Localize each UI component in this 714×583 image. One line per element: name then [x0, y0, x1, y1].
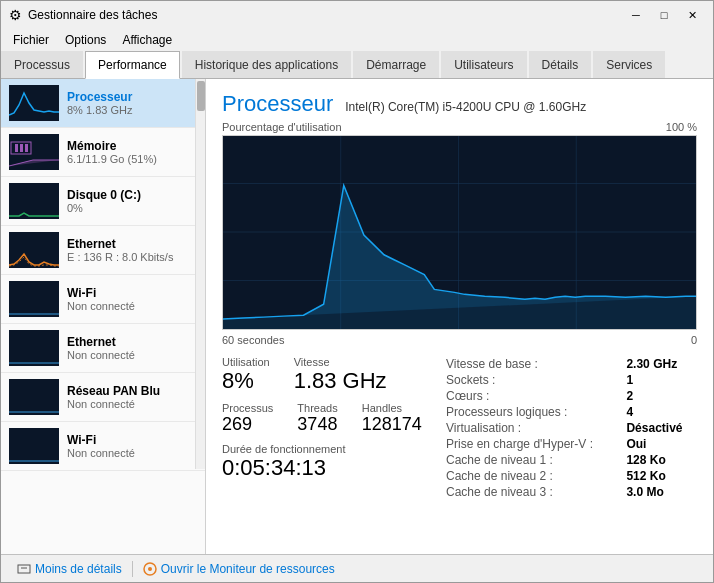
svg-rect-3: [25, 144, 28, 152]
mini-chart-ethernet: [9, 232, 59, 268]
sidebar-item-pan[interactable]: Réseau PAN Blu Non connecté: [1, 373, 205, 422]
disk-mini-svg: [9, 183, 59, 219]
wifi2-info: Wi-Fi Non connecté: [67, 433, 197, 459]
svg-point-14: [148, 567, 152, 571]
stats-left: Utilisation 8% Vitesse 1.83 GHz Processu…: [222, 356, 442, 500]
disque-title: Disque 0 (C:): [67, 188, 197, 202]
vitesse-value: 1.83 GHz: [294, 368, 387, 394]
utilisation-vitesse-row: Utilisation 8% Vitesse 1.83 GHz: [222, 356, 442, 394]
tab-historique[interactable]: Historique des applications: [182, 51, 351, 78]
info-row-label: Cache de niveau 1 :: [442, 452, 622, 468]
app-title: Gestionnaire des tâches: [28, 8, 157, 22]
info-row-label: Sockets :: [442, 372, 622, 388]
processeur-info: Processeur 8% 1.83 GHz: [67, 90, 197, 116]
sidebar-item-processeur[interactable]: Processeur 8% 1.83 GHz: [1, 79, 205, 128]
sidebar-item-ethernet2[interactable]: Ethernet Non connecté: [1, 324, 205, 373]
footer: Moins de détails Ouvrir le Moniteur de r…: [1, 554, 713, 582]
info-row-label: Cœurs :: [442, 388, 622, 404]
ethernet-sub: E : 136 R : 8.0 Kbits/s: [67, 251, 197, 263]
sidebar-item-wifi[interactable]: Wi-Fi Non connecté: [1, 275, 205, 324]
chart-label: Pourcentage d'utilisation: [222, 121, 342, 133]
svg-marker-10: [223, 185, 696, 329]
tabs-bar: Processus Performance Historique des app…: [1, 51, 713, 79]
info-table-row: Cache de niveau 2 :512 Ko: [442, 468, 697, 484]
menu-bar: Fichier Options Affichage: [1, 29, 713, 51]
tab-details[interactable]: Détails: [529, 51, 592, 78]
detail-header: Processeur Intel(R) Core(TM) i5-4200U CP…: [222, 91, 697, 117]
maximize-button[interactable]: □: [651, 6, 677, 24]
tab-utilisateurs[interactable]: Utilisateurs: [441, 51, 526, 78]
processus-block: Processus 269: [222, 402, 273, 435]
close-button[interactable]: ✕: [679, 6, 705, 24]
tab-processus[interactable]: Processus: [1, 51, 83, 78]
stats-right: Vitesse de base :2.30 GHzSockets :1Cœurs…: [442, 356, 697, 500]
ethernet-title: Ethernet: [67, 237, 197, 251]
sidebar-item-wifi2[interactable]: Wi-Fi Non connecté: [1, 422, 205, 471]
vitesse-label: Vitesse: [294, 356, 387, 368]
threads-block: Threads 3748: [297, 402, 337, 435]
sidebar-item-ethernet[interactable]: Ethernet E : 136 R : 8.0 Kbits/s: [1, 226, 205, 275]
time-left: 60 secondes: [222, 334, 284, 346]
open-monitor-label: Ouvrir le Moniteur de ressources: [161, 562, 335, 576]
chart-label-row: Pourcentage d'utilisation 100 %: [222, 121, 697, 133]
handles-label: Handles: [362, 402, 422, 414]
info-table-row: Cache de niveau 1 :128 Ko: [442, 452, 697, 468]
less-details-label: Moins de détails: [35, 562, 122, 576]
svg-rect-1: [15, 144, 18, 152]
menu-affichage[interactable]: Affichage: [114, 31, 180, 49]
info-row-label: Virtualisation :: [442, 420, 622, 436]
info-row-value: 2: [622, 388, 697, 404]
info-row-label: Cache de niveau 2 :: [442, 468, 622, 484]
wifi2-sub: Non connecté: [67, 447, 197, 459]
disque-info: Disque 0 (C:) 0%: [67, 188, 197, 214]
ethernet-info: Ethernet E : 136 R : 8.0 Kbits/s: [67, 237, 197, 263]
duree-label: Durée de fonctionnement: [222, 443, 442, 455]
wifi-sub: Non connecté: [67, 300, 197, 312]
detail-subtitle: Intel(R) Core(TM) i5-4200U CPU @ 1.60GHz: [345, 100, 586, 114]
memoire-info: Mémoire 6.1/11.9 Go (51%): [67, 139, 197, 165]
mem-mini-svg: [9, 134, 59, 170]
chart-max: 100 %: [666, 121, 697, 133]
sidebar-item-disque[interactable]: Disque 0 (C:) 0%: [1, 177, 205, 226]
tab-demarrage[interactable]: Démarrage: [353, 51, 439, 78]
mini-chart-processeur: [9, 85, 59, 121]
memoire-sub: 6.1/11.9 Go (51%): [67, 153, 197, 165]
menu-fichier[interactable]: Fichier: [5, 31, 57, 49]
wifi-mini-svg: [9, 281, 59, 317]
duree-value: 0:05:34:13: [222, 455, 442, 481]
monitor-icon: [143, 562, 157, 576]
info-table-row: Processeurs logiques :4: [442, 404, 697, 420]
info-row-value: Oui: [622, 436, 697, 452]
open-monitor-button[interactable]: Ouvrir le Moniteur de ressources: [135, 560, 343, 578]
utilisation-block: Utilisation 8%: [222, 356, 270, 394]
pan-mini-svg: [9, 379, 59, 415]
detail-title: Processeur: [222, 91, 333, 117]
cpu-mini-svg: [9, 85, 59, 121]
less-details-button[interactable]: Moins de détails: [9, 560, 130, 578]
window-controls: ─ □ ✕: [623, 6, 705, 24]
tab-performance[interactable]: Performance: [85, 51, 180, 79]
info-table-row: Sockets :1: [442, 372, 697, 388]
sidebar-item-memoire[interactable]: Mémoire 6.1/11.9 Go (51%): [1, 128, 205, 177]
svg-rect-11: [18, 565, 30, 573]
info-row-label: Prise en charge d'Hyper-V :: [442, 436, 622, 452]
info-row-value: 3.0 Mo: [622, 484, 697, 500]
time-right: 0: [691, 334, 697, 346]
menu-options[interactable]: Options: [57, 31, 114, 49]
mini-chart-wifi: [9, 281, 59, 317]
wifi2-mini-svg: [9, 428, 59, 464]
app-icon: ⚙: [9, 7, 22, 23]
info-row-value: Désactivé: [622, 420, 697, 436]
title-bar: ⚙ Gestionnaire des tâches ─ □ ✕: [1, 1, 713, 29]
info-table-row: Vitesse de base :2.30 GHz: [442, 356, 697, 372]
mini-chart-pan: [9, 379, 59, 415]
processus-threads-row: Processus 269 Threads 3748 Handles 12817…: [222, 402, 442, 435]
processus-value: 269: [222, 414, 273, 435]
cpu-chart: [222, 135, 697, 330]
tab-services[interactable]: Services: [593, 51, 665, 78]
duree-block: Durée de fonctionnement 0:05:34:13: [222, 443, 442, 481]
disque-sub: 0%: [67, 202, 197, 214]
minimize-button[interactable]: ─: [623, 6, 649, 24]
processeur-sub: 8% 1.83 GHz: [67, 104, 197, 116]
processeur-title: Processeur: [67, 90, 197, 104]
